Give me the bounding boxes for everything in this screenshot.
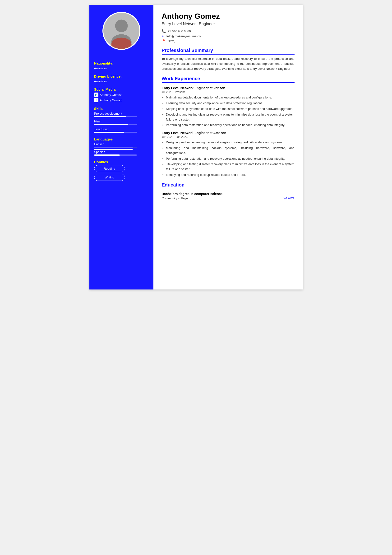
bullet-1-3: Developing and testing disaster recovery… bbox=[166, 162, 294, 172]
location-value: NYC, bbox=[168, 39, 175, 43]
linkedin-handle: Anthony.Gomez bbox=[100, 93, 122, 97]
bullet-0-3: Developing and testing disaster recovery… bbox=[166, 112, 294, 122]
lang-spanish: Spanish bbox=[94, 150, 149, 156]
facebook-item[interactable]: f Anthony Gomez bbox=[94, 98, 149, 102]
hobby-writing: Writing bbox=[94, 174, 125, 181]
lang-bar-bg-0 bbox=[94, 147, 137, 148]
svg-point-1 bbox=[115, 20, 128, 32]
edu-degree-0: Bachelors degree in computer science bbox=[162, 192, 294, 196]
bullet-0-4: Performing data restoration and recovery… bbox=[166, 123, 294, 128]
hobby-reading: Reading bbox=[94, 165, 125, 172]
driving-value: American bbox=[94, 80, 149, 83]
education-heading: Education bbox=[162, 182, 294, 189]
lang-bar-fill-1 bbox=[94, 154, 120, 156]
facebook-icon: f bbox=[94, 98, 98, 102]
job-title-0: Entry Level Network Engineer at Verizon bbox=[162, 86, 294, 90]
nationality-value: American bbox=[94, 66, 149, 70]
main-content: Anthony Gomez Entry Level Network Engine… bbox=[153, 5, 303, 290]
skill-bar-fill-2 bbox=[94, 132, 124, 133]
bullet-0-2: Keeping backup systems up-to-date with t… bbox=[166, 107, 294, 111]
bullet-1-0: Designing and implementing backup strate… bbox=[166, 140, 294, 145]
contact-email: ✉ Info@makemyresume.co bbox=[162, 34, 294, 38]
bullet-1-2: Performing data restoration and recovery… bbox=[166, 156, 294, 161]
hobbies-list: Reading Writing bbox=[94, 165, 149, 183]
candidate-title: Entry Level Network Engineer bbox=[162, 22, 294, 26]
contact-phone: 📞 +1 646 980 6360 bbox=[162, 29, 294, 33]
skills-label: Skills bbox=[94, 107, 149, 110]
phone-icon: 📞 bbox=[162, 29, 166, 33]
lang-name-0: English bbox=[94, 142, 149, 146]
summary-text: To leverage my technical expertise in da… bbox=[162, 57, 294, 71]
languages-list: English Spanish bbox=[94, 142, 149, 156]
skill-bar-bg-1 bbox=[94, 124, 137, 125]
skill-bar-bg-0 bbox=[94, 116, 137, 117]
bullet-1-4: Identifying and resolving backup-related… bbox=[166, 173, 294, 177]
email-icon: ✉ bbox=[162, 34, 164, 38]
skill-bar-fill-1 bbox=[94, 124, 128, 125]
nationality-label: Nationality: bbox=[94, 61, 149, 65]
driving-label: Driving Licence: bbox=[94, 74, 149, 78]
skill-name-0: Project development bbox=[94, 112, 149, 115]
sidebar-content: Nationality: American Driving Licence: A… bbox=[89, 55, 153, 190]
skill-name-1: Html bbox=[94, 120, 149, 123]
social-media-label: Social Media bbox=[94, 87, 149, 91]
skill-project-development: Project development bbox=[94, 112, 149, 117]
skills-list: Project development Html Java Script bbox=[94, 112, 149, 133]
job-title-1: Entry Level Network Engineer at Amazon bbox=[162, 131, 294, 135]
skill-bar-fill-0 bbox=[94, 116, 126, 117]
skill-bar-bg-2 bbox=[94, 132, 137, 133]
bullet-0-1: Ensuring data security and compliance wi… bbox=[166, 101, 294, 106]
linkedin-item[interactable]: in Anthony.Gomez bbox=[94, 93, 149, 97]
edu-row-0: Community college Jul 2021 bbox=[162, 197, 294, 200]
skill-javascript: Java Script bbox=[94, 127, 149, 133]
sidebar: Nationality: American Driving Licence: A… bbox=[89, 5, 153, 290]
facebook-handle: Anthony Gomez bbox=[100, 98, 122, 102]
work-heading: Work Experience bbox=[162, 76, 294, 83]
candidate-name: Anthony Gomez bbox=[162, 12, 294, 21]
location-icon: 📍 bbox=[162, 39, 166, 43]
job-bullets-1: Designing and implementing backup strate… bbox=[166, 140, 294, 177]
lang-english: English bbox=[94, 142, 149, 148]
edu-school-0: Community college bbox=[162, 197, 188, 200]
contact-location: 📍 NYC, bbox=[162, 39, 294, 43]
linkedin-icon: in bbox=[94, 93, 98, 97]
job-date-0: Jul 2023 - Present bbox=[162, 90, 294, 94]
languages-label: Languages bbox=[94, 137, 149, 141]
skill-html: Html bbox=[94, 120, 149, 125]
phone-value: +1 646 980 6360 bbox=[168, 29, 191, 33]
summary-heading: Professional Summary bbox=[162, 48, 294, 55]
profile-photo bbox=[102, 12, 140, 50]
job-date-1: Jun 2022 - Jan 2023 bbox=[162, 135, 294, 139]
skill-name-2: Java Script bbox=[94, 127, 149, 131]
lang-bar-bg-1 bbox=[94, 154, 137, 156]
job-bullets-0: Maintaining detailed documentation of ba… bbox=[166, 95, 294, 128]
hobbies-label: Hobbies bbox=[94, 160, 149, 164]
lang-name-1: Spanish bbox=[94, 150, 149, 154]
email-value: Info@makemyresume.co bbox=[166, 34, 201, 38]
bullet-0-0: Maintaining detailed documentation of ba… bbox=[166, 95, 294, 100]
edu-date-0: Jul 2021 bbox=[283, 197, 294, 200]
bullet-1-1: Monitoring and maintaining backup system… bbox=[166, 146, 294, 156]
